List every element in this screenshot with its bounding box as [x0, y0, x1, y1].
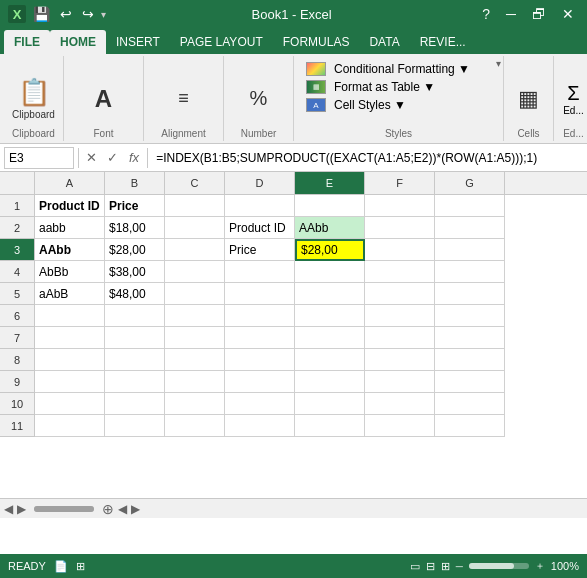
cell-a7[interactable] — [35, 327, 105, 349]
cell-d4[interactable] — [225, 261, 295, 283]
format-as-table-button[interactable]: ▦ Format as Table ▼ — [302, 78, 495, 96]
cell-e3[interactable]: $28,00 — [295, 239, 365, 261]
scrollbar-thumb[interactable] — [34, 506, 94, 512]
cell-e10[interactable] — [295, 393, 365, 415]
row-header-1[interactable]: 1 — [0, 195, 35, 217]
cell-styles-button[interactable]: A Cell Styles ▼ — [302, 96, 495, 114]
cell-e11[interactable] — [295, 415, 365, 437]
scroll-right2-btn[interactable]: ◀ — [118, 502, 127, 516]
cell-c3[interactable] — [165, 239, 225, 261]
row-header-7[interactable]: 7 — [0, 327, 35, 349]
cell-f8[interactable] — [365, 349, 435, 371]
cell-c7[interactable] — [165, 327, 225, 349]
cell-b11[interactable] — [105, 415, 165, 437]
cell-d6[interactable] — [225, 305, 295, 327]
cell-b9[interactable] — [105, 371, 165, 393]
row-header-2[interactable]: 2 — [0, 217, 35, 239]
redo-button[interactable]: ↪ — [79, 6, 97, 22]
row-header-10[interactable]: 10 — [0, 393, 35, 415]
cell-e9[interactable] — [295, 371, 365, 393]
save-button[interactable]: 💾 — [30, 6, 53, 22]
layout-page-btn[interactable]: ⊟ — [426, 560, 435, 573]
zoom-slider[interactable] — [469, 563, 529, 569]
cell-d9[interactable] — [225, 371, 295, 393]
cell-g3[interactable] — [435, 239, 505, 261]
col-header-b[interactable]: B — [105, 172, 165, 194]
minimize-button[interactable]: ─ — [501, 6, 521, 22]
cell-a5[interactable]: aAbB — [35, 283, 105, 305]
cell-b6[interactable] — [105, 305, 165, 327]
cell-c8[interactable] — [165, 349, 225, 371]
cell-a6[interactable] — [35, 305, 105, 327]
restore-button[interactable]: 🗗 — [527, 6, 551, 22]
cell-c1[interactable] — [165, 195, 225, 217]
cell-g11[interactable] — [435, 415, 505, 437]
cancel-icon[interactable]: ✕ — [83, 150, 100, 165]
zoom-out-icon[interactable]: ─ — [456, 561, 463, 572]
cell-a8[interactable] — [35, 349, 105, 371]
cell-c10[interactable] — [165, 393, 225, 415]
cell-c11[interactable] — [165, 415, 225, 437]
cell-b8[interactable] — [105, 349, 165, 371]
scroll-right-btn[interactable]: ▶ — [17, 502, 26, 516]
tab-home[interactable]: HOME — [50, 30, 106, 54]
cell-g10[interactable] — [435, 393, 505, 415]
fx-icon[interactable]: fx — [125, 150, 143, 165]
cell-f7[interactable] — [365, 327, 435, 349]
col-header-e[interactable]: E — [295, 172, 365, 194]
cell-a10[interactable] — [35, 393, 105, 415]
col-header-g[interactable]: G — [435, 172, 505, 194]
cell-g7[interactable] — [435, 327, 505, 349]
row-header-8[interactable]: 8 — [0, 349, 35, 371]
col-header-d[interactable]: D — [225, 172, 295, 194]
cell-c5[interactable] — [165, 283, 225, 305]
col-header-a[interactable]: A — [35, 172, 105, 194]
cell-c4[interactable] — [165, 261, 225, 283]
cell-b7[interactable] — [105, 327, 165, 349]
cell-e5[interactable] — [295, 283, 365, 305]
cell-b3[interactable]: $28,00 — [105, 239, 165, 261]
cell-e2[interactable]: AAbb — [295, 217, 365, 239]
cell-a3[interactable]: AAbb — [35, 239, 105, 261]
conditional-formatting-button[interactable]: Conditional Formatting ▼ — [302, 60, 495, 78]
cell-a9[interactable] — [35, 371, 105, 393]
row-header-3[interactable]: 3 — [0, 239, 35, 261]
cell-d10[interactable] — [225, 393, 295, 415]
confirm-icon[interactable]: ✓ — [104, 150, 121, 165]
cell-d3[interactable]: Price — [225, 239, 295, 261]
cell-c6[interactable] — [165, 305, 225, 327]
cell-f6[interactable] — [365, 305, 435, 327]
status-page-icon[interactable]: 📄 — [54, 560, 68, 573]
cell-b5[interactable]: $48,00 — [105, 283, 165, 305]
cell-a11[interactable] — [35, 415, 105, 437]
cell-e6[interactable] — [295, 305, 365, 327]
cell-g9[interactable] — [435, 371, 505, 393]
undo-button[interactable]: ↩ — [57, 6, 75, 22]
row-header-4[interactable]: 4 — [0, 261, 35, 283]
tab-page-layout[interactable]: PAGE LAYOUT — [170, 30, 273, 54]
row-header-9[interactable]: 9 — [0, 371, 35, 393]
tab-data[interactable]: DATA — [359, 30, 409, 54]
cell-d11[interactable] — [225, 415, 295, 437]
layout-normal-btn[interactable]: ▭ — [410, 560, 420, 573]
cell-c9[interactable] — [165, 371, 225, 393]
cell-a4[interactable]: AbBb — [35, 261, 105, 283]
cell-d5[interactable] — [225, 283, 295, 305]
editing-btn[interactable]: Σ Ed... — [563, 82, 584, 116]
status-grid-icon[interactable]: ⊞ — [76, 560, 85, 573]
styles-collapse-icon[interactable]: ▾ — [496, 58, 501, 69]
cell-f9[interactable] — [365, 371, 435, 393]
clipboard-button[interactable]: 📋 Clipboard — [8, 75, 59, 122]
layout-break-btn[interactable]: ⊞ — [441, 560, 450, 573]
cell-e7[interactable] — [295, 327, 365, 349]
cell-g6[interactable] — [435, 305, 505, 327]
cell-g8[interactable] — [435, 349, 505, 371]
cell-f11[interactable] — [365, 415, 435, 437]
zoom-in-icon[interactable]: ＋ — [535, 559, 545, 573]
tab-formulas[interactable]: FORMULAS — [273, 30, 360, 54]
tab-file[interactable]: FILE — [4, 30, 50, 54]
cell-a1[interactable]: Product ID — [35, 195, 105, 217]
cell-a2[interactable]: aabb — [35, 217, 105, 239]
cell-b10[interactable] — [105, 393, 165, 415]
row-header-6[interactable]: 6 — [0, 305, 35, 327]
